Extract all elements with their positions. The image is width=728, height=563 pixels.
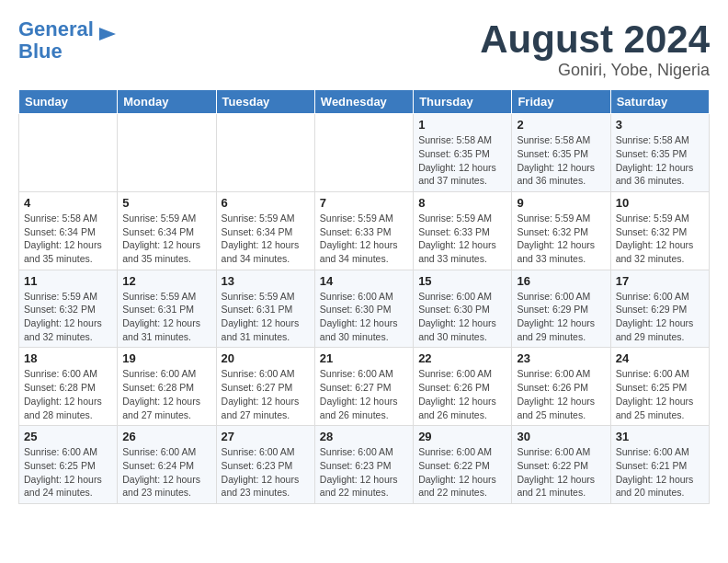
day-detail: Sunrise: 5:58 AM Sunset: 6:35 PM Dayligh… [418,133,506,188]
day-detail: Sunrise: 6:00 AM Sunset: 6:23 PM Dayligh… [222,445,310,500]
calendar-cell: 27Sunrise: 6:00 AM Sunset: 6:23 PM Dayli… [216,426,314,504]
day-number: 21 [320,351,408,365]
calendar-cell: 22Sunrise: 6:00 AM Sunset: 6:26 PM Dayli… [414,348,512,426]
day-detail: Sunrise: 5:59 AM Sunset: 6:33 PM Dayligh… [418,212,506,266]
day-detail: Sunrise: 6:00 AM Sunset: 6:26 PM Dayligh… [517,367,605,421]
day-detail: Sunrise: 6:00 AM Sunset: 6:29 PM Dayligh… [517,290,605,344]
calendar-cell: 12Sunrise: 5:59 AM Sunset: 6:31 PM Dayli… [118,270,216,348]
day-number: 6 [222,196,310,210]
calendar-cell: 1Sunrise: 5:58 AM Sunset: 6:35 PM Daylig… [414,114,512,192]
calendar-cell: 31Sunrise: 6:00 AM Sunset: 6:21 PM Dayli… [610,426,709,504]
day-number: 11 [24,274,112,288]
day-detail: Sunrise: 5:59 AM Sunset: 6:33 PM Dayligh… [320,212,408,266]
calendar-week-row: 1Sunrise: 5:58 AM Sunset: 6:35 PM Daylig… [19,114,710,192]
day-number: 18 [24,351,112,365]
day-number: 9 [517,196,605,210]
day-detail: Sunrise: 6:00 AM Sunset: 6:29 PM Dayligh… [616,290,704,344]
day-detail: Sunrise: 6:00 AM Sunset: 6:26 PM Dayligh… [418,367,506,421]
calendar-cell: 26Sunrise: 6:00 AM Sunset: 6:24 PM Dayli… [118,426,216,504]
day-number: 23 [517,351,605,365]
calendar-cell: 15Sunrise: 6:00 AM Sunset: 6:30 PM Dayli… [414,270,512,348]
calendar-cell: 10Sunrise: 5:59 AM Sunset: 6:32 PM Dayli… [610,191,709,270]
calendar-cell: 29Sunrise: 6:00 AM Sunset: 6:22 PM Dayli… [414,426,512,504]
calendar-cell: 5Sunrise: 5:59 AM Sunset: 6:34 PM Daylig… [118,191,216,270]
day-number: 22 [418,351,506,365]
day-detail: Sunrise: 6:00 AM Sunset: 6:21 PM Dayligh… [616,445,704,500]
calendar-cell: 3Sunrise: 5:58 AM Sunset: 6:35 PM Daylig… [610,114,709,192]
calendar-cell: 4Sunrise: 5:58 AM Sunset: 6:34 PM Daylig… [19,191,118,270]
logo-arrow-icon [97,24,118,44]
day-detail: Sunrise: 5:58 AM Sunset: 6:35 PM Dayligh… [517,133,605,188]
calendar-cell: 23Sunrise: 6:00 AM Sunset: 6:26 PM Dayli… [512,348,610,426]
month-title: August 2024 [480,18,710,61]
calendar-cell: 20Sunrise: 6:00 AM Sunset: 6:27 PM Dayli… [216,348,314,426]
calendar-cell [19,114,118,192]
day-detail: Sunrise: 5:59 AM Sunset: 6:31 PM Dayligh… [222,290,310,344]
day-detail: Sunrise: 6:00 AM Sunset: 6:30 PM Dayligh… [418,290,506,344]
day-header-sunday: Sunday [19,90,118,114]
day-number: 19 [122,351,210,365]
day-number: 4 [24,196,112,210]
day-detail: Sunrise: 6:00 AM Sunset: 6:25 PM Dayligh… [24,445,112,500]
page: General Blue August 2024 Goniri, Yobe, N… [0,0,728,523]
day-number: 24 [616,351,704,365]
calendar-cell: 8Sunrise: 5:59 AM Sunset: 6:33 PM Daylig… [414,191,512,270]
day-detail: Sunrise: 5:59 AM Sunset: 6:32 PM Dayligh… [616,212,704,266]
calendar-cell: 13Sunrise: 5:59 AM Sunset: 6:31 PM Dayli… [216,270,314,348]
calendar-cell: 28Sunrise: 6:00 AM Sunset: 6:23 PM Dayli… [314,426,413,504]
day-detail: Sunrise: 6:00 AM Sunset: 6:27 PM Dayligh… [222,367,310,421]
day-number: 13 [222,274,310,288]
day-number: 17 [616,274,704,288]
day-number: 3 [616,118,704,132]
calendar-cell [118,114,216,192]
calendar-cell: 21Sunrise: 6:00 AM Sunset: 6:27 PM Dayli… [314,348,413,426]
calendar-cell: 24Sunrise: 6:00 AM Sunset: 6:25 PM Dayli… [610,348,709,426]
calendar-cell: 25Sunrise: 6:00 AM Sunset: 6:25 PM Dayli… [19,426,118,504]
calendar-week-row: 18Sunrise: 6:00 AM Sunset: 6:28 PM Dayli… [19,348,710,426]
title-block: August 2024 Goniri, Yobe, Nigeria [480,18,710,80]
day-number: 29 [418,430,506,443]
day-detail: Sunrise: 6:00 AM Sunset: 6:25 PM Dayligh… [616,367,704,421]
logo-blue: Blue [18,40,63,63]
location: Goniri, Yobe, Nigeria [480,61,710,80]
calendar-cell: 16Sunrise: 6:00 AM Sunset: 6:29 PM Dayli… [512,270,610,348]
day-detail: Sunrise: 6:00 AM Sunset: 6:28 PM Dayligh… [122,367,210,421]
calendar-cell: 6Sunrise: 5:59 AM Sunset: 6:34 PM Daylig… [216,191,314,270]
calendar-cell: 19Sunrise: 6:00 AM Sunset: 6:28 PM Dayli… [118,348,216,426]
day-detail: Sunrise: 5:59 AM Sunset: 6:32 PM Dayligh… [24,290,112,344]
day-number: 2 [517,118,605,132]
day-number: 27 [222,430,310,443]
day-detail: Sunrise: 5:59 AM Sunset: 6:31 PM Dayligh… [122,290,210,344]
calendar-week-row: 25Sunrise: 6:00 AM Sunset: 6:25 PM Dayli… [19,426,710,504]
day-number: 20 [222,351,310,365]
calendar-cell: 7Sunrise: 5:59 AM Sunset: 6:33 PM Daylig… [314,191,413,270]
day-header-wednesday: Wednesday [314,90,413,114]
day-detail: Sunrise: 6:00 AM Sunset: 6:30 PM Dayligh… [320,290,408,344]
calendar-cell: 9Sunrise: 5:59 AM Sunset: 6:32 PM Daylig… [512,191,610,270]
day-detail: Sunrise: 6:00 AM Sunset: 6:22 PM Dayligh… [418,445,506,500]
calendar-week-row: 11Sunrise: 5:59 AM Sunset: 6:32 PM Dayli… [19,270,710,348]
day-detail: Sunrise: 6:00 AM Sunset: 6:24 PM Dayligh… [122,445,210,500]
day-number: 31 [616,430,704,443]
day-number: 5 [122,196,210,210]
day-detail: Sunrise: 6:00 AM Sunset: 6:23 PM Dayligh… [320,445,408,500]
day-number: 14 [320,274,408,288]
day-detail: Sunrise: 6:00 AM Sunset: 6:27 PM Dayligh… [320,367,408,421]
day-header-thursday: Thursday [414,90,512,114]
svg-marker-0 [99,28,116,40]
calendar-cell: 17Sunrise: 6:00 AM Sunset: 6:29 PM Dayli… [610,270,709,348]
header: General Blue August 2024 Goniri, Yobe, N… [18,18,710,80]
calendar-cell: 30Sunrise: 6:00 AM Sunset: 6:22 PM Dayli… [512,426,610,504]
calendar-cell: 18Sunrise: 6:00 AM Sunset: 6:28 PM Dayli… [19,348,118,426]
day-detail: Sunrise: 5:59 AM Sunset: 6:32 PM Dayligh… [517,212,605,266]
calendar-table: SundayMondayTuesdayWednesdayThursdayFrid… [18,89,710,504]
calendar-header-row: SundayMondayTuesdayWednesdayThursdayFrid… [19,90,710,114]
day-number: 8 [418,196,506,210]
day-number: 15 [418,274,506,288]
logo-text: General Blue [18,18,94,63]
day-detail: Sunrise: 5:59 AM Sunset: 6:34 PM Dayligh… [222,212,310,266]
logo: General Blue [18,18,118,63]
logo-general: General [18,17,94,40]
calendar-cell: 11Sunrise: 5:59 AM Sunset: 6:32 PM Dayli… [19,270,118,348]
day-number: 16 [517,274,605,288]
